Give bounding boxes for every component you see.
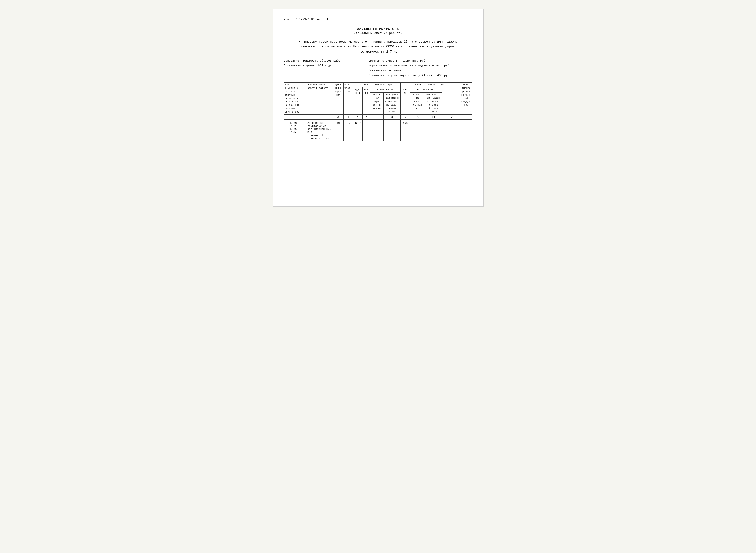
col-header-total-machine: эксплуата-ции машинв том чис-ле зара-бот… — [425, 92, 442, 115]
meta-right-2: Нормативная условно-чистая продукция – т… — [369, 63, 473, 68]
col-header-total-all: все-го — [401, 87, 410, 114]
col-header-unit-incl: в том числе: — [370, 87, 401, 92]
row-base-wage: – — [370, 120, 384, 141]
row-total-base: – — [410, 120, 425, 141]
col-header-3: Едини-цы из-мере-ния — [333, 82, 344, 114]
header-row-1: № № № укрупнен-п/п ных сметныхнорм, еди-… — [284, 82, 472, 87]
colnum-1: 1 — [284, 114, 306, 120]
meta-right-4: Стоимость на расчетную единицу (1 км) – … — [369, 73, 473, 78]
row-total-all: 698 — [401, 120, 410, 141]
col-numbers-row: 1 2 3 4 5 6 7 8 9 10 11 12 — [284, 114, 472, 120]
colnum-6: 6 — [362, 114, 370, 120]
col-header-total-incl: в том числе: — [410, 87, 442, 92]
col-header-2: Наименованиеработ и затрат — [306, 82, 333, 114]
colnum-8: 8 — [384, 114, 401, 120]
colnum-5: 5 — [353, 114, 362, 120]
main-table: № № № укрупнен-п/п ных сметныхнорм, еди-… — [284, 82, 473, 141]
colnum-2: 2 — [306, 114, 333, 120]
main-title: ЛОКАЛЬНАЯ СМЕТА № 4 — [284, 28, 473, 31]
meta-left: Основание: Ведомость объемов работ Соста… — [284, 59, 359, 78]
col-header-total-base-wage: основ-наязара-ботнаяплата — [410, 92, 425, 115]
row-qty: 2,7 — [343, 120, 353, 141]
row-ref: 1. 47-96 21-2 47-99 21-5 — [284, 120, 306, 141]
row-total-machine: – — [425, 120, 442, 141]
row-unit-each: 258,4 — [353, 120, 362, 141]
col-header-unit-all: все-го — [362, 87, 370, 114]
table-row: 1. 47-96 21-2 47-99 21-5 Устройство грун… — [284, 120, 472, 141]
row-name: Устройство грунтовых до-рог шириной 8,0 … — [306, 120, 333, 141]
row-machine — [384, 120, 401, 141]
colnum-7: 7 — [370, 114, 384, 120]
colnum-9: 9 — [401, 114, 410, 120]
row-norm: – — [442, 120, 460, 141]
colnum-10: 10 — [410, 114, 425, 120]
desc-line-2: смешанных лесов лесной зоны Европейской … — [284, 44, 473, 49]
meta-block: Основание: Ведомость объемов работ Соста… — [284, 59, 473, 78]
colnum-12: 12 — [442, 114, 460, 120]
colnum-4: 4 — [343, 114, 353, 120]
meta-left-1: Основание: Ведомость объемов работ — [284, 59, 359, 63]
col-header-total-cost: Общая стоимость, руб. — [401, 82, 460, 87]
desc-line-1: К типовому проектному решению лесного пи… — [284, 40, 473, 44]
page-container: т.п.р. 411-03-4.84 ал. III ЛОКАЛЬНАЯ СМЕ… — [273, 9, 484, 207]
meta-right: Сметная стоимость – 1,26 тыс. руб. Норма… — [369, 59, 473, 78]
title-block: ЛОКАЛЬНАЯ СМЕТА № 4 (локальный сметный р… — [284, 28, 473, 35]
meta-right-3: Показатели по смете: — [369, 68, 473, 73]
document-ref: т.п.р. 411-03-4.84 ал. III — [284, 18, 473, 21]
meta-left-2: Составлена в ценах 1984 года — [284, 63, 359, 68]
row-unit: км — [333, 120, 344, 141]
col-header-machine-exp: эксплуата-ция машинв том чис-ле зара-бот… — [384, 92, 401, 115]
row-unit-all: – — [362, 120, 370, 141]
col-header-norm: норма-тивнойуслов-но-чис-тойпродук-ции — [460, 82, 472, 114]
description-block: К типовому проектному решению лесного пи… — [284, 40, 473, 54]
col-header-1: № № № укрупнен-п/п ных сметныхнорм, еди-… — [284, 82, 306, 114]
col-header-4: Коли-чест-во — [343, 82, 353, 114]
desc-line-3: протяженностью 2,7 км — [284, 49, 473, 54]
sub-title: (локальный сметный расчет) — [284, 31, 473, 35]
col-header-unit-cost: Стоимость единицы, руб. — [353, 82, 401, 87]
meta-right-1: Сметная стоимость – 1,26 тыс. руб. — [369, 59, 473, 63]
colnum-3: 3 — [333, 114, 344, 120]
colnum-11: 11 — [425, 114, 442, 120]
col-header-base-wage: основ-наязара-ботнаяплата — [370, 92, 384, 115]
col-header-unit-each: еди-ниц — [353, 87, 362, 114]
